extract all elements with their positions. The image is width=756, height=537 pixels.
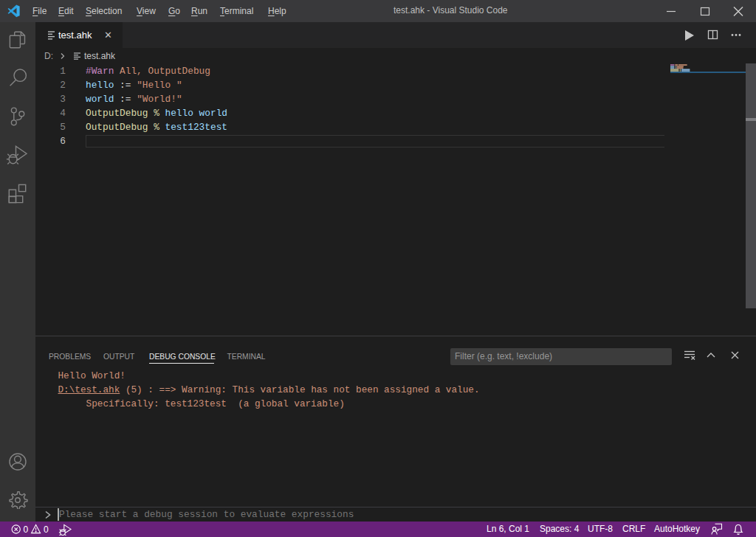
svg-text:0: 0 — [24, 524, 29, 535]
svg-text:0: 0 — [44, 524, 49, 535]
